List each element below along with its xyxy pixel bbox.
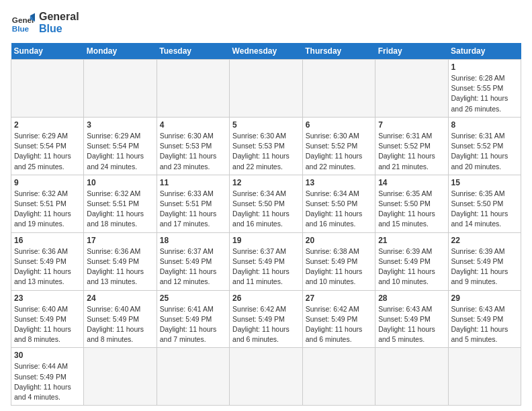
day-info: Sunrise: 6:39 AMSunset: 5:49 PMDaylight:… xyxy=(378,246,445,287)
day-number: 15 xyxy=(451,178,518,187)
day-number: 4 xyxy=(160,120,226,130)
day-info: Sunrise: 6:43 AMSunset: 5:49 PMDaylight:… xyxy=(451,304,518,345)
day-number: 7 xyxy=(378,120,445,130)
calendar-cell: 15Sunrise: 6:35 AMSunset: 5:50 PMDayligh… xyxy=(448,175,521,232)
calendar-cell: 20Sunrise: 6:38 AMSunset: 5:49 PMDayligh… xyxy=(302,232,375,290)
calendar-table: SundayMondayTuesdayWednesdayThursdayFrid… xyxy=(11,43,521,406)
day-number: 28 xyxy=(378,293,445,303)
day-info: Sunrise: 6:30 AMSunset: 5:53 PMDaylight:… xyxy=(232,131,300,172)
day-info: Sunrise: 6:34 AMSunset: 5:50 PMDaylight:… xyxy=(232,189,300,230)
calendar-cell: 23Sunrise: 6:40 AMSunset: 5:49 PMDayligh… xyxy=(11,290,84,348)
calendar-cell: 2Sunrise: 6:29 AMSunset: 5:54 PMDaylight… xyxy=(11,117,84,175)
calendar-cell xyxy=(157,60,229,118)
calendar-cell: 1Sunrise: 6:28 AMSunset: 5:55 PMDaylight… xyxy=(448,60,521,118)
day-info: Sunrise: 6:37 AMSunset: 5:49 PMDaylight:… xyxy=(232,246,300,287)
day-info: Sunrise: 6:40 AMSunset: 5:49 PMDaylight:… xyxy=(87,304,153,345)
day-header-row: SundayMondayTuesdayWednesdayThursdayFrid… xyxy=(11,43,521,60)
day-number: 30 xyxy=(14,351,81,360)
calendar-cell xyxy=(84,348,157,406)
day-number: 19 xyxy=(232,236,300,245)
day-info: Sunrise: 6:42 AMSunset: 5:49 PMDaylight:… xyxy=(232,304,300,345)
week-row-4: 16Sunrise: 6:36 AMSunset: 5:49 PMDayligh… xyxy=(11,232,521,290)
day-number: 1 xyxy=(451,62,518,72)
calendar-cell xyxy=(375,60,448,118)
logo: General Blue General Blue xyxy=(11,11,79,35)
day-number: 9 xyxy=(14,178,81,187)
day-info: Sunrise: 6:35 AMSunset: 5:50 PMDaylight:… xyxy=(451,189,518,230)
page-header: General Blue General Blue xyxy=(11,11,521,35)
day-info: Sunrise: 6:34 AMSunset: 5:50 PMDaylight:… xyxy=(306,189,372,230)
day-info: Sunrise: 6:36 AMSunset: 5:49 PMDaylight:… xyxy=(87,246,153,287)
calendar-cell: 9Sunrise: 6:32 AMSunset: 5:51 PMDaylight… xyxy=(11,175,84,232)
day-info: Sunrise: 6:39 AMSunset: 5:49 PMDaylight:… xyxy=(451,246,518,287)
week-row-3: 9Sunrise: 6:32 AMSunset: 5:51 PMDaylight… xyxy=(11,175,521,232)
day-info: Sunrise: 6:43 AMSunset: 5:49 PMDaylight:… xyxy=(378,304,445,345)
day-info: Sunrise: 6:32 AMSunset: 5:51 PMDaylight:… xyxy=(87,189,153,230)
calendar-cell: 4Sunrise: 6:30 AMSunset: 5:53 PMDaylight… xyxy=(157,117,229,175)
day-info: Sunrise: 6:29 AMSunset: 5:54 PMDaylight:… xyxy=(14,131,81,172)
calendar-cell xyxy=(302,60,375,118)
calendar-cell xyxy=(230,60,303,118)
day-info: Sunrise: 6:42 AMSunset: 5:49 PMDaylight:… xyxy=(306,304,372,345)
day-info: Sunrise: 6:31 AMSunset: 5:52 PMDaylight:… xyxy=(451,131,518,172)
week-row-1: 1Sunrise: 6:28 AMSunset: 5:55 PMDaylight… xyxy=(11,60,521,118)
day-info: Sunrise: 6:28 AMSunset: 5:55 PMDaylight:… xyxy=(451,73,518,114)
day-info: Sunrise: 6:36 AMSunset: 5:49 PMDaylight:… xyxy=(14,246,81,287)
day-info: Sunrise: 6:32 AMSunset: 5:51 PMDaylight:… xyxy=(14,189,81,230)
day-number: 26 xyxy=(232,293,300,303)
day-number: 8 xyxy=(451,120,518,130)
day-info: Sunrise: 6:37 AMSunset: 5:49 PMDaylight:… xyxy=(160,246,226,287)
calendar-cell: 27Sunrise: 6:42 AMSunset: 5:49 PMDayligh… xyxy=(302,290,375,348)
svg-text:Blue: Blue xyxy=(12,24,30,33)
day-info: Sunrise: 6:33 AMSunset: 5:51 PMDaylight:… xyxy=(160,189,226,230)
day-number: 23 xyxy=(14,293,81,303)
day-info: Sunrise: 6:38 AMSunset: 5:49 PMDaylight:… xyxy=(306,246,372,287)
calendar-cell xyxy=(157,348,229,406)
day-number: 11 xyxy=(160,178,226,187)
day-number: 17 xyxy=(87,236,153,245)
calendar-cell: 16Sunrise: 6:36 AMSunset: 5:49 PMDayligh… xyxy=(11,232,84,290)
day-number: 18 xyxy=(160,236,226,245)
logo-icon: General Blue xyxy=(11,11,35,35)
day-header-saturday: Saturday xyxy=(448,43,521,60)
day-header-tuesday: Tuesday xyxy=(157,43,229,60)
calendar-cell: 7Sunrise: 6:31 AMSunset: 5:52 PMDaylight… xyxy=(375,117,448,175)
day-number: 14 xyxy=(378,178,445,187)
calendar-cell xyxy=(302,348,375,406)
day-number: 13 xyxy=(306,178,372,187)
week-row-5: 23Sunrise: 6:40 AMSunset: 5:49 PMDayligh… xyxy=(11,290,521,348)
calendar-cell: 10Sunrise: 6:32 AMSunset: 5:51 PMDayligh… xyxy=(84,175,157,232)
calendar-cell: 25Sunrise: 6:41 AMSunset: 5:49 PMDayligh… xyxy=(157,290,229,348)
day-header-wednesday: Wednesday xyxy=(230,43,303,60)
calendar-cell: 3Sunrise: 6:29 AMSunset: 5:54 PMDaylight… xyxy=(84,117,157,175)
calendar-cell: 28Sunrise: 6:43 AMSunset: 5:49 PMDayligh… xyxy=(375,290,448,348)
calendar-cell: 11Sunrise: 6:33 AMSunset: 5:51 PMDayligh… xyxy=(157,175,229,232)
day-number: 12 xyxy=(232,178,300,187)
day-number: 22 xyxy=(451,236,518,245)
calendar-cell: 22Sunrise: 6:39 AMSunset: 5:49 PMDayligh… xyxy=(448,232,521,290)
logo-general: General xyxy=(39,11,79,23)
calendar-cell: 30Sunrise: 6:44 AMSunset: 5:49 PMDayligh… xyxy=(11,348,84,406)
day-number: 25 xyxy=(160,293,226,303)
day-info: Sunrise: 6:30 AMSunset: 5:52 PMDaylight:… xyxy=(306,131,372,172)
day-number: 3 xyxy=(87,120,153,130)
day-number: 6 xyxy=(306,120,372,130)
calendar-cell xyxy=(11,60,84,118)
day-number: 10 xyxy=(87,178,153,187)
calendar-cell: 13Sunrise: 6:34 AMSunset: 5:50 PMDayligh… xyxy=(302,175,375,232)
day-info: Sunrise: 6:29 AMSunset: 5:54 PMDaylight:… xyxy=(87,131,153,172)
calendar-cell: 29Sunrise: 6:43 AMSunset: 5:49 PMDayligh… xyxy=(448,290,521,348)
week-row-6: 30Sunrise: 6:44 AMSunset: 5:49 PMDayligh… xyxy=(11,348,521,406)
day-number: 20 xyxy=(306,236,372,245)
logo-blue: Blue xyxy=(39,23,79,35)
day-info: Sunrise: 6:30 AMSunset: 5:53 PMDaylight:… xyxy=(160,131,226,172)
calendar-cell: 14Sunrise: 6:35 AMSunset: 5:50 PMDayligh… xyxy=(375,175,448,232)
day-number: 27 xyxy=(306,293,372,303)
calendar-cell: 12Sunrise: 6:34 AMSunset: 5:50 PMDayligh… xyxy=(230,175,303,232)
calendar-cell: 6Sunrise: 6:30 AMSunset: 5:52 PMDaylight… xyxy=(302,117,375,175)
calendar-cell xyxy=(375,348,448,406)
calendar-cell: 17Sunrise: 6:36 AMSunset: 5:49 PMDayligh… xyxy=(84,232,157,290)
day-info: Sunrise: 6:40 AMSunset: 5:49 PMDaylight:… xyxy=(14,304,81,345)
calendar-cell: 19Sunrise: 6:37 AMSunset: 5:49 PMDayligh… xyxy=(230,232,303,290)
week-row-2: 2Sunrise: 6:29 AMSunset: 5:54 PMDaylight… xyxy=(11,117,521,175)
